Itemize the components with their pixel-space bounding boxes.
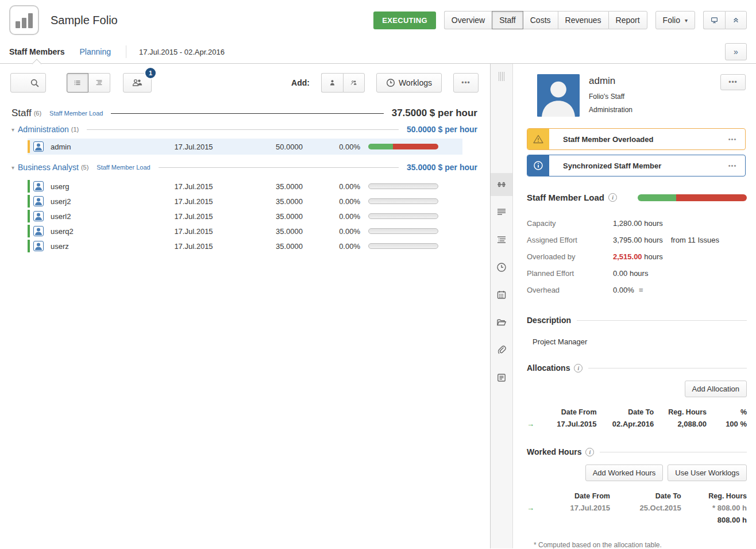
filter-count-badge: 1 bbox=[144, 67, 157, 79]
staff-row-userj2[interactable]: userj2 17.Jul.2015 35.0000 0.00% bbox=[28, 194, 462, 209]
add-staff-member-button[interactable] bbox=[321, 73, 343, 93]
staff-start-date: 17.Jul.2015 bbox=[151, 182, 237, 191]
strip-worked-hours-tab[interactable] bbox=[491, 256, 512, 279]
row-value-suffix: hours bbox=[644, 252, 663, 261]
avatar bbox=[33, 141, 44, 152]
tab-report[interactable]: Report bbox=[608, 11, 647, 29]
group-rate: 35.0000 $ per hour bbox=[407, 163, 477, 172]
staff-percent: 0.00% bbox=[303, 242, 360, 251]
chevron-double-up-icon bbox=[732, 16, 739, 24]
alert-more-button[interactable]: ••• bbox=[720, 136, 745, 143]
row-value: 1,280.00 hours bbox=[613, 219, 663, 228]
section-title: Description bbox=[527, 316, 571, 325]
staff-name: userl2 bbox=[47, 212, 151, 221]
worked-hours-total-row: 808.00 h bbox=[527, 514, 747, 526]
subtab-planning[interactable]: Planning bbox=[79, 47, 111, 56]
load-bar bbox=[638, 194, 747, 201]
issues-link[interactable]: from 11 Issues bbox=[671, 236, 719, 244]
strip-allocations-tab[interactable] bbox=[491, 228, 512, 251]
group-name[interactable]: Business Analyst bbox=[18, 163, 79, 172]
worked-hours-row[interactable]: → 17.Jul.2015 25.Oct.2015 * 808.00 h bbox=[527, 502, 747, 514]
toolbar-more-button[interactable]: ••• bbox=[453, 73, 479, 93]
strip-description-tab[interactable] bbox=[491, 201, 512, 224]
folder-open-icon bbox=[496, 318, 507, 327]
people-group-icon bbox=[132, 78, 143, 87]
user-avatar-icon bbox=[34, 212, 43, 221]
staff-name: userj2 bbox=[47, 197, 151, 206]
folio-menu-button[interactable]: Folio ▾ bbox=[655, 11, 695, 29]
info-icon[interactable]: i bbox=[574, 364, 583, 373]
collapse-icon[interactable]: ▾ bbox=[11, 126, 14, 133]
staff-name: admin bbox=[47, 143, 151, 151]
section-title: Worked Hours bbox=[527, 447, 581, 456]
allocations-section: Allocations i Add Allocation Date From D… bbox=[527, 363, 747, 430]
strip-attachments-tab[interactable] bbox=[491, 339, 512, 362]
grouped-list-view-button[interactable] bbox=[88, 73, 110, 93]
alert-more-button[interactable]: ••• bbox=[720, 162, 745, 169]
staff-row-userq2[interactable]: userq2 17.Jul.2015 35.0000 0.00% bbox=[28, 224, 462, 239]
expand-panel-button[interactable]: » bbox=[725, 43, 747, 60]
strip-load-tab[interactable] bbox=[491, 173, 512, 196]
tab-overview[interactable]: Overview bbox=[444, 11, 492, 29]
staff-header: Staff (6) Staff Member Load 37.5000 $ pe… bbox=[11, 108, 477, 119]
col-reg-hours: Reg. Hours bbox=[654, 406, 707, 418]
profile-more-button[interactable]: ••• bbox=[720, 74, 746, 90]
chevrons-right-icon: » bbox=[734, 47, 738, 56]
tab-staff[interactable]: Staff bbox=[492, 11, 523, 29]
divider bbox=[577, 320, 747, 321]
col-percent: % bbox=[707, 406, 747, 418]
staff-member-load-link[interactable]: Staff Member Load bbox=[97, 164, 150, 171]
add-staff-group-button[interactable] bbox=[343, 73, 365, 93]
ok-marker bbox=[28, 195, 30, 208]
main-tabs: Overview Staff Costs Revenues Report bbox=[444, 11, 647, 29]
worklogs-button[interactable]: Worklogs bbox=[376, 73, 442, 93]
overloaded-hours: 2,515.00 bbox=[613, 252, 642, 261]
allocation-date-from: 17.Jul.2015 bbox=[542, 418, 597, 430]
strip-projects-tab[interactable] bbox=[491, 311, 512, 334]
staff-row-admin[interactable]: admin 17.Jul.2015 50.0000 0.00% bbox=[28, 139, 462, 155]
use-user-worklogs-button[interactable]: Use User Worklogs bbox=[668, 464, 747, 481]
staff-row-userz[interactable]: userz 17.Jul.2015 35.0000 0.00% bbox=[28, 239, 462, 254]
collapse-icon[interactable]: ▾ bbox=[11, 164, 14, 171]
staff-member-load-link[interactable]: Staff Member Load bbox=[49, 110, 103, 117]
date-range[interactable]: 17.Jul.2015 - 02.Apr.2016 bbox=[139, 48, 225, 56]
panel-icon-strip bbox=[490, 64, 513, 548]
search-button[interactable] bbox=[10, 73, 46, 93]
header-icon-buttons bbox=[703, 11, 747, 29]
group-name[interactable]: Administration bbox=[18, 125, 69, 134]
panel-resize-handle[interactable] bbox=[499, 72, 504, 81]
load-row-assigned-effort: Assigned Effort 3,795.00 hours from 11 I… bbox=[527, 232, 747, 248]
table-header-row: Date From Date To Reg. Hours % bbox=[527, 406, 747, 418]
strip-calendar-tab[interactable] bbox=[491, 283, 512, 306]
strip-notes-tab[interactable] bbox=[491, 366, 512, 389]
info-icon[interactable]: i bbox=[608, 193, 617, 202]
row-label: Overhead bbox=[527, 286, 613, 294]
overhead-menu-icon[interactable]: ≡ bbox=[639, 286, 643, 294]
load-row-overhead: Overhead 0.00% ≡ bbox=[527, 282, 747, 298]
collapse-header-button[interactable] bbox=[725, 11, 747, 29]
tab-revenues[interactable]: Revenues bbox=[558, 11, 608, 29]
alert-overloaded: Staff Member Overloaded ••• bbox=[527, 128, 746, 150]
info-icon[interactable]: i bbox=[585, 448, 594, 456]
load-progress-bar bbox=[368, 144, 438, 149]
subtab-staff-members[interactable]: Staff Members bbox=[9, 47, 64, 56]
ok-marker bbox=[28, 225, 30, 237]
divider bbox=[159, 167, 399, 168]
flat-list-icon bbox=[74, 79, 81, 87]
flat-list-view-button[interactable] bbox=[67, 73, 88, 93]
group-rate: 50.0000 $ per hour bbox=[407, 125, 477, 134]
staff-row-userg[interactable]: userg 17.Jul.2015 35.0000 0.00% bbox=[28, 179, 462, 194]
alert-text: Staff Member Overloaded bbox=[549, 129, 720, 149]
staff-title: Staff bbox=[11, 108, 32, 119]
staff-member-detail-panel: admin Folio's Staff Administration ••• S… bbox=[513, 64, 756, 548]
staff-percent: 0.00% bbox=[303, 227, 360, 236]
tab-costs[interactable]: Costs bbox=[523, 11, 558, 29]
add-allocation-button[interactable]: Add Allocation bbox=[685, 381, 747, 397]
staff-row-userl2[interactable]: userl2 17.Jul.2015 35.0000 0.00% bbox=[28, 209, 462, 224]
ok-marker bbox=[28, 210, 30, 222]
add-worked-hours-button[interactable]: Add Worked Hours bbox=[585, 464, 664, 481]
allocation-row[interactable]: → 17.Jul.2015 02.Apr.2016 2,088.00 100 % bbox=[527, 418, 747, 430]
allocation-date-to: 02.Apr.2016 bbox=[597, 418, 654, 430]
presentation-mode-button[interactable] bbox=[703, 11, 725, 29]
divider bbox=[111, 113, 383, 114]
